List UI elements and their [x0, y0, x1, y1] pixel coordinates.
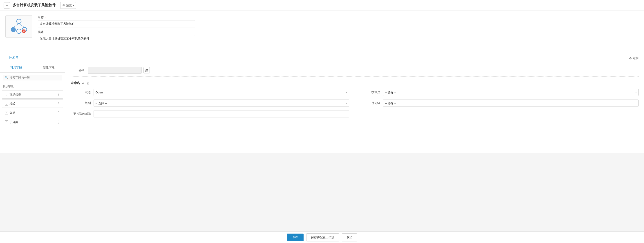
- svg-line-6: [19, 23, 24, 27]
- status-input-wrap: Open Closed Pending ▾: [94, 89, 349, 96]
- svg-line-5: [13, 23, 19, 27]
- page-title: 多台计算机安装了风险软件: [12, 3, 56, 8]
- drag-handle-icon[interactable]: ⋮⋮: [53, 111, 60, 115]
- topology-icon: ✕: [10, 17, 28, 36]
- default-fields-label: 默认字段: [0, 83, 65, 89]
- technician-field: 技术员 -- 选择 -- ▾: [360, 89, 638, 96]
- cc-email-label: 要抄送的邮箱: [70, 112, 91, 116]
- svg-point-3: [17, 29, 21, 33]
- level-select[interactable]: -- 选择 --: [96, 101, 346, 105]
- list-item[interactable]: □ 模式 ⋮⋮: [2, 99, 63, 108]
- section-edit-button[interactable]: ⇌: [82, 81, 84, 85]
- name-field-row: 名称 🖼: [70, 67, 638, 77]
- search-input-wrap: 🔍: [3, 75, 62, 80]
- level-select-wrap: -- 选择 -- ▾: [94, 99, 349, 107]
- cc-email-input[interactable]: [94, 110, 349, 117]
- svg-point-1: [11, 27, 16, 32]
- customize-label: 定制: [633, 56, 638, 60]
- name-field-label: 名称: [70, 68, 84, 72]
- list-item[interactable]: □ 分类 ⋮⋮: [2, 109, 63, 117]
- chevron-down-icon: ▾: [636, 102, 636, 104]
- status-label: 状态: [70, 90, 91, 94]
- icon-area: ✕: [6, 15, 32, 38]
- priority-field: 优先级 -- 选择 -- ▾: [360, 99, 638, 107]
- level-field: 级别 -- 选择 -- ▾: [70, 99, 349, 107]
- section-delete-button[interactable]: 🗑: [86, 81, 90, 85]
- name-input[interactable]: [38, 20, 195, 27]
- chevron-down-icon: ▾: [346, 102, 347, 104]
- tabs: 技术员: [6, 53, 22, 63]
- field-type-icon: □: [5, 120, 8, 124]
- main-content: 可用字段 新建字段 🔍 默认字段 □ 请求类型 ⋮⋮: [0, 63, 644, 153]
- fields-grid: 状态 Open Closed Pending ▾ 技术员: [70, 89, 638, 117]
- search-input[interactable]: [10, 76, 60, 79]
- svg-point-0: [17, 19, 21, 23]
- field-type-icon: □: [5, 93, 8, 96]
- name-icon-button[interactable]: 🖼: [144, 67, 150, 73]
- left-panel-fields: 默认字段 □ 请求类型 ⋮⋮ □ 模式 ⋮⋮ □ 分类: [0, 83, 65, 127]
- search-icon: 🔍: [5, 76, 8, 79]
- preview-label: 预览: [66, 3, 72, 7]
- section-name-input[interactable]: [88, 67, 142, 74]
- drag-handle-icon[interactable]: ⋮⋮: [53, 101, 60, 106]
- drag-handle-icon[interactable]: ⋮⋮: [53, 92, 60, 97]
- left-tab-new[interactable]: 新建字段: [32, 63, 65, 72]
- priority-input-wrap: -- 选择 -- ▾: [383, 99, 638, 107]
- back-icon: ←: [5, 3, 8, 7]
- chevron-down-icon: ▾: [636, 91, 636, 94]
- preview-button[interactable]: 👁 预览 ▾: [60, 2, 76, 9]
- priority-select-wrap: -- 选择 -- ▾: [383, 99, 638, 107]
- customize-button[interactable]: ⚙ 定制: [629, 56, 638, 60]
- svg-text:✕: ✕: [23, 30, 25, 32]
- left-panel-tabs: 可用字段 新建字段: [0, 63, 65, 72]
- name-field-label: 名称 *: [38, 15, 638, 19]
- priority-select[interactable]: -- 选择 --: [385, 101, 636, 105]
- gear-icon: ⚙: [629, 57, 632, 60]
- priority-label: 优先级: [360, 101, 380, 105]
- tab-area: 技术员 ⚙ 定制: [0, 53, 644, 63]
- level-label: 级别: [70, 101, 91, 105]
- tab-technician[interactable]: 技术员: [6, 53, 22, 63]
- technician-input-wrap: -- 选择 -- ▾: [383, 89, 638, 96]
- cc-email-input-wrap: [94, 110, 349, 117]
- level-input-wrap: -- 选择 -- ▾: [94, 99, 349, 107]
- section-name-label: 未命名: [70, 81, 80, 85]
- name-field-group: 名称 *: [38, 15, 638, 27]
- status-select-wrap: Open Closed Pending ▾: [94, 89, 349, 96]
- required-indicator: *: [44, 16, 46, 19]
- status-select[interactable]: Open Closed Pending: [96, 91, 346, 94]
- form-fields: 名称 * 描述: [38, 15, 638, 45]
- image-icon: 🖼: [145, 69, 148, 72]
- right-panel: 名称 🖼 未命名 ⇌ 🗑 状态 Open Closed: [65, 63, 644, 153]
- desc-field-group: 描述: [38, 30, 638, 42]
- section-header: 未命名 ⇌ 🗑: [70, 81, 638, 85]
- eye-icon: 👁: [62, 3, 65, 7]
- left-tab-available[interactable]: 可用字段: [0, 63, 32, 72]
- field-type-icon: □: [5, 111, 8, 115]
- back-button[interactable]: ←: [4, 2, 10, 8]
- technician-label: 技术员: [360, 90, 380, 94]
- desc-input[interactable]: [38, 35, 195, 42]
- form-area: ✕ 名称 * 描述: [0, 11, 644, 53]
- status-field: 状态 Open Closed Pending ▾: [70, 89, 349, 96]
- list-item[interactable]: □ 请求类型 ⋮⋮: [2, 90, 63, 99]
- field-type-icon: □: [5, 102, 8, 106]
- drag-handle-icon[interactable]: ⋮⋮: [53, 120, 60, 124]
- left-panel: 可用字段 新建字段 🔍 默认字段 □ 请求类型 ⋮⋮: [0, 63, 65, 153]
- technician-select[interactable]: -- 选择 --: [385, 91, 636, 94]
- list-item[interactable]: □ 子分类 ⋮⋮: [2, 118, 63, 126]
- desc-field-label: 描述: [38, 30, 638, 34]
- chevron-down-icon: ▾: [346, 91, 347, 94]
- chevron-down-icon: ▾: [73, 4, 74, 6]
- left-search: 🔍: [0, 72, 65, 83]
- cc-email-field: 要抄送的邮箱: [70, 110, 349, 117]
- header: ← 多台计算机安装了风险软件 👁 预览 ▾: [0, 0, 644, 11]
- technician-select-wrap: -- 选择 -- ▾: [383, 89, 638, 96]
